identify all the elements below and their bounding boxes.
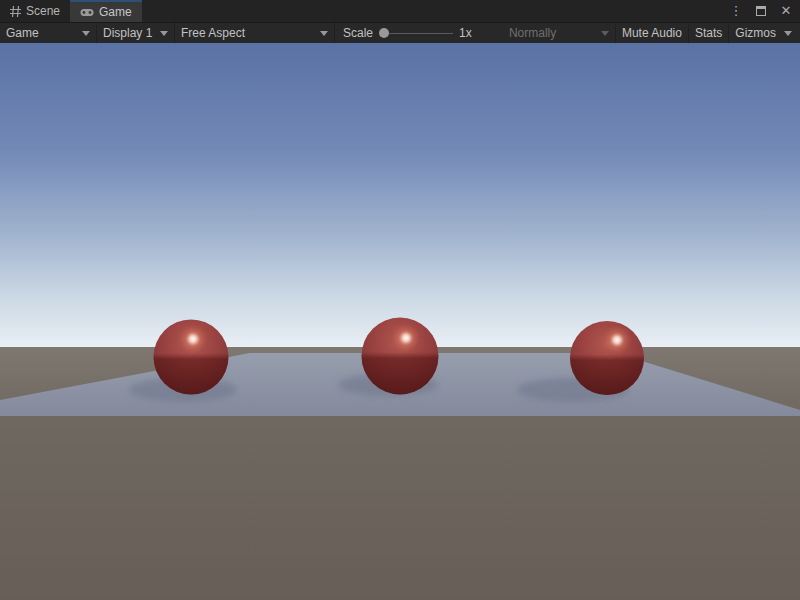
tab-scene[interactable]: Scene — [0, 0, 70, 22]
scale-label: Scale — [343, 26, 373, 40]
chevron-down-icon — [82, 31, 90, 36]
play-mode-label: Normally — [509, 26, 556, 40]
aspect-ratio-dropdown[interactable]: Free Aspect — [174, 23, 334, 43]
stats-button[interactable]: Stats — [688, 23, 728, 43]
tab-scene-label: Scene — [26, 4, 60, 18]
chevron-down-icon — [320, 31, 328, 36]
close-icon[interactable]: ✕ — [778, 0, 794, 22]
chevron-down-icon — [784, 31, 792, 36]
view-mode-label: Game — [6, 26, 39, 40]
chevron-down-icon — [601, 31, 609, 36]
sphere-2-highlight — [391, 323, 421, 353]
chevron-down-icon — [160, 31, 168, 36]
sphere-3-highlight — [602, 325, 632, 355]
red-sphere-3 — [570, 321, 644, 395]
mute-audio-label: Mute Audio — [622, 26, 682, 40]
mute-audio-button[interactable]: Mute Audio — [615, 23, 688, 43]
tab-game[interactable]: Game — [70, 0, 142, 22]
play-mode-dropdown[interactable]: Normally — [503, 23, 615, 43]
display-label: Display 1 — [103, 26, 152, 40]
unity-game-panel: Scene Game ⋮ ✕ Game Display 1 — [0, 0, 800, 600]
stats-label: Stats — [695, 26, 722, 40]
aspect-ratio-label: Free Aspect — [181, 26, 245, 40]
gamepad-icon — [80, 8, 94, 17]
display-dropdown[interactable]: Display 1 — [96, 23, 174, 43]
scale-slider[interactable] — [379, 27, 453, 39]
scene-render — [0, 43, 800, 600]
sky — [0, 43, 800, 348]
scale-slider-knob[interactable] — [379, 28, 389, 38]
gizmos-label: Gizmos — [735, 26, 776, 40]
red-sphere-2 — [362, 318, 439, 395]
panel-menu-icon[interactable]: ⋮ — [728, 0, 744, 22]
tab-game-label: Game — [99, 5, 132, 19]
gizmos-dropdown[interactable]: Gizmos — [728, 23, 800, 43]
window-controls: ⋮ ✕ — [728, 0, 794, 22]
game-viewport[interactable] — [0, 43, 800, 600]
scale-control: Scale 1x — [334, 23, 480, 43]
scale-slider-track[interactable] — [379, 33, 453, 35]
sphere-1-highlight — [178, 324, 208, 354]
ground-near — [0, 415, 800, 600]
scale-value: 1x — [459, 26, 472, 40]
red-sphere-1 — [154, 320, 229, 395]
toolbar-spacer — [480, 23, 503, 43]
game-view-toolbar: Game Display 1 Free Aspect Scale 1x Norm… — [0, 22, 800, 43]
view-mode-dropdown[interactable]: Game — [0, 23, 96, 43]
tab-bar: Scene Game ⋮ ✕ — [0, 0, 800, 22]
scene-grid-icon — [10, 6, 21, 17]
maximize-icon[interactable] — [756, 6, 766, 16]
